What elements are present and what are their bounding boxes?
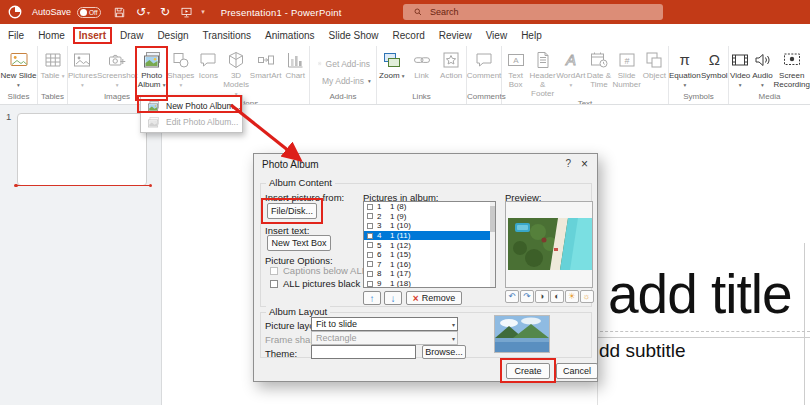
rotate-right-button[interactable]: ↷ — [520, 290, 534, 303]
increase-brightness-button[interactable]: ☀ — [565, 290, 579, 303]
increase-contrast-button[interactable]: ◑ — [535, 290, 549, 303]
quick-access-chevron-icon[interactable]: ▾ — [201, 8, 205, 16]
picture-checkbox-icon[interactable] — [367, 242, 373, 248]
new-slide-button[interactable]: New Slide ▾ — [0, 48, 37, 89]
save-icon[interactable] — [113, 6, 126, 19]
tab-slide-show[interactable]: Slide Show — [329, 30, 379, 41]
text-box-button[interactable]: Text Box — [502, 48, 529, 89]
object-button[interactable]: Object — [641, 48, 668, 80]
ribbon-group-text: Text Box Header & Footer WordArt ▾ Date … — [502, 46, 669, 104]
video-button[interactable]: Video ▾ — [729, 48, 751, 89]
icons-icon — [198, 50, 218, 70]
decrease-brightness-icon: ☼ — [583, 292, 591, 301]
picture-checkbox-icon[interactable] — [367, 204, 373, 210]
album-picture-row[interactable]: 21 (9) — [364, 212, 495, 222]
album-picture-row[interactable]: 41 (11) — [364, 231, 495, 241]
autosave-toggle[interactable]: Off — [77, 7, 101, 18]
decrease-brightness-button[interactable]: ☼ — [580, 290, 594, 303]
picture-checkbox-icon[interactable] — [367, 281, 373, 287]
start-presentation-icon[interactable] — [180, 6, 193, 19]
scrollbar-thumb[interactable] — [490, 206, 495, 232]
header-footer-button[interactable]: Header & Footer — [529, 48, 556, 99]
pictures-button[interactable]: Pictures ▾ — [68, 48, 97, 89]
search-input[interactable]: Search — [403, 4, 663, 20]
symbol-button[interactable]: Ω Symbol — [701, 48, 728, 80]
tab-help[interactable]: Help — [521, 30, 542, 41]
action-button[interactable]: Action — [436, 48, 466, 80]
tab-review[interactable]: Review — [439, 30, 472, 41]
get-addins-button[interactable]: Get Add-ins — [318, 57, 370, 70]
black-white-checkbox-icon — [270, 280, 278, 288]
rotate-left-button[interactable]: ↶ — [505, 290, 519, 303]
audio-button[interactable]: Audio ▾ — [751, 48, 773, 89]
undo-dropdown-icon[interactable]: ▾ — [147, 9, 150, 16]
album-picture-row[interactable]: 61 (15) — [364, 250, 495, 260]
comment-button[interactable]: Comment — [467, 48, 501, 80]
tab-transitions[interactable]: Transitions — [203, 30, 252, 41]
picture-checkbox-icon[interactable] — [367, 213, 373, 219]
date-time-button[interactable]: Date & Time — [585, 48, 612, 89]
decrease-contrast-button[interactable]: ◐ — [550, 290, 564, 303]
equation-button[interactable]: π Equation ▾ — [669, 48, 701, 89]
cancel-button[interactable]: Cancel — [556, 363, 598, 379]
tab-record[interactable]: Record — [393, 30, 425, 41]
picture-checkbox-icon[interactable] — [367, 223, 373, 229]
3d-models-button[interactable]: 3D Models ▾ — [222, 48, 250, 99]
picture-layout-select[interactable]: Fit to slide ▾ — [311, 317, 458, 331]
picture-checkbox-icon[interactable] — [367, 233, 373, 239]
smartart-button[interactable]: SmartArt — [250, 48, 282, 80]
album-picture-row[interactable]: 71 (16) — [364, 260, 495, 270]
tab-insert[interactable]: Insert — [79, 30, 106, 41]
chart-button[interactable]: Chart — [281, 48, 309, 80]
new-text-box-button[interactable]: New Text Box — [267, 235, 331, 251]
slide-thumbnail[interactable] — [17, 113, 147, 186]
3d-models-icon — [226, 50, 246, 70]
link-button[interactable]: Link — [407, 48, 437, 80]
tab-draw[interactable]: Draw — [120, 30, 143, 41]
theme-input[interactable] — [311, 345, 416, 359]
pictures-listbox[interactable]: 11 (8)21 (9)31 (10)41 (11)51 (12)61 (15)… — [363, 201, 496, 288]
zoom-button[interactable]: Zoom ▾ — [377, 48, 407, 80]
ribbon-group-symbols: π Equation ▾ Ω Symbol Symbols — [669, 46, 729, 104]
tab-home[interactable]: Home — [38, 30, 65, 41]
picture-checkbox-icon[interactable] — [367, 252, 373, 258]
listbox-scrollbar[interactable] — [490, 202, 495, 287]
browse-button[interactable]: Browse... — [422, 345, 466, 359]
tab-view[interactable]: View — [486, 30, 508, 41]
document-title: Presentation1 - PowerPoint — [221, 7, 342, 18]
my-addins-button[interactable]: My Add-ins ▾ — [318, 74, 370, 87]
screen-recording-button[interactable]: Screen Recording — [774, 48, 810, 89]
create-button[interactable]: Create — [506, 363, 550, 379]
slide-number-button[interactable]: Slide Number — [612, 48, 640, 89]
icons-button[interactable]: Icons — [195, 48, 223, 80]
menu-item-new-photo-album[interactable]: New Photo Album... — [141, 98, 242, 114]
album-picture-row[interactable]: 31 (10) — [364, 221, 495, 231]
slide-subtitle-placeholder-text[interactable]: dd subtitle — [599, 340, 686, 362]
album-picture-row[interactable]: 81 (17) — [364, 269, 495, 279]
tab-animations[interactable]: Animations — [265, 30, 314, 41]
album-picture-row[interactable]: 11 (8) — [364, 202, 495, 212]
menu-item-edit-photo-album[interactable]: Edit Photo Album... — [141, 114, 242, 130]
tab-file[interactable]: File — [8, 30, 24, 41]
table-button[interactable]: Table ▾ — [38, 48, 67, 80]
album-picture-row[interactable]: 51 (12) — [364, 240, 495, 250]
move-picture-down-button[interactable]: ↓ — [384, 291, 402, 305]
picture-checkbox-icon[interactable] — [367, 271, 373, 277]
tab-design[interactable]: Design — [157, 30, 188, 41]
dialog-close-icon[interactable]: × — [581, 157, 588, 171]
album-picture-row[interactable]: 91 (18) — [364, 279, 495, 288]
frame-shape-select[interactable]: Rectangle ▾ — [311, 331, 458, 345]
remove-picture-button[interactable]: ×Remove — [406, 291, 462, 305]
redo-icon[interactable]: ↻ — [160, 6, 170, 18]
photo-album-button[interactable]: Photo Album ▾ — [137, 48, 166, 89]
dialog-help-button[interactable]: ? — [565, 158, 571, 169]
screenshot-button[interactable]: Screenshot ▾ — [97, 48, 137, 89]
undo-icon[interactable]: ↺ — [136, 6, 146, 18]
album-layout-label: Album Layout — [266, 306, 330, 317]
slide-title-placeholder-text[interactable]: add title — [608, 262, 792, 326]
wordart-button[interactable]: WordArt ▾ — [556, 48, 585, 89]
shapes-button[interactable]: Shapes ▾ — [167, 48, 195, 89]
move-picture-up-button[interactable]: ↑ — [363, 291, 381, 305]
picture-checkbox-icon[interactable] — [367, 261, 373, 267]
file-disk-button[interactable]: File/Disk... — [267, 203, 317, 219]
